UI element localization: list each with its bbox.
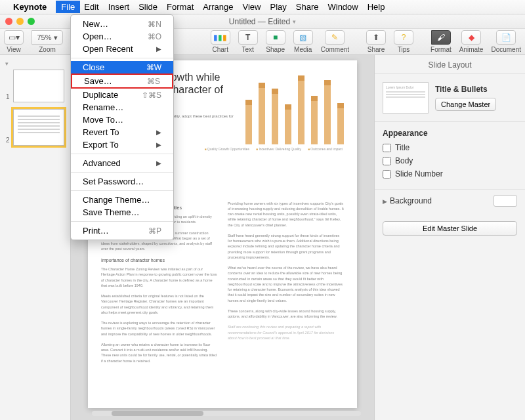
master-section: Lorem Ipsum Dolor Title & Bullets Change…	[375, 74, 525, 122]
chart-icon[interactable]: ▮▮▮	[211, 30, 230, 45]
animate-icon[interactable]: ◆	[461, 30, 481, 45]
scrollbar-thumb[interactable]	[112, 411, 203, 416]
inspector-title: Slide Layout	[375, 55, 525, 74]
window-zoom-button[interactable]	[28, 18, 35, 25]
slide-column-right[interactable]: Providing home owners with six types of …	[228, 201, 344, 369]
toolbar-chart[interactable]: ▮▮▮ Chart	[211, 30, 230, 53]
menu-item-save[interactable]: Save…⌘S	[71, 74, 173, 89]
menu-item-move-to[interactable]: Move To…	[71, 114, 173, 126]
disclosure-triangle-icon[interactable]: ▶	[383, 198, 387, 205]
chart-legend: Quality Growth OpportunitiesIncentives: …	[204, 147, 343, 151]
menu-item-save-theme[interactable]: Save Theme…	[71, 206, 173, 219]
submenu-arrow-icon: ▶	[156, 141, 161, 148]
toolbar-document[interactable]: 📄 Document	[491, 30, 521, 53]
menu-item-duplicate[interactable]: Duplicate⇧⌘S	[71, 89, 173, 101]
menu-item-export-to[interactable]: Export To▶	[71, 138, 173, 151]
file-menu-dropdown: New…⌘N Open…⌘O Open Recent▶ Close⌘W Save…	[70, 14, 174, 240]
menu-arrange[interactable]: Arrange	[203, 2, 233, 12]
menu-item-revert-to[interactable]: Revert To▶	[71, 126, 173, 138]
format-icon[interactable]: 🖌	[431, 30, 451, 45]
submenu-arrow-icon: ▶	[156, 129, 161, 136]
menu-item-new[interactable]: New…⌘N	[71, 18, 173, 30]
edit-master-slide-button[interactable]: Edit Master Slide	[383, 221, 517, 236]
title-checkbox[interactable]: Title	[383, 143, 517, 152]
menu-format[interactable]: Format	[167, 2, 194, 12]
submenu-arrow-icon: ▶	[156, 45, 161, 52]
slide-thumbnail-2[interactable]: 2	[13, 109, 64, 146]
menu-item-print[interactable]: Print…⌘P	[71, 224, 173, 237]
menu-help[interactable]: Help	[368, 2, 385, 12]
toolbar-format[interactable]: 🖌 Format	[430, 30, 452, 53]
menu-slide[interactable]: Slide	[138, 2, 158, 12]
toolbar-tips[interactable]: ? Tips	[394, 30, 413, 53]
title-dropdown-icon[interactable]: ▾	[293, 18, 296, 25]
slide-chart[interactable]	[245, 72, 344, 144]
menu-item-open-recent[interactable]: Open Recent▶	[71, 43, 173, 55]
toolbar-zoom[interactable]: 75% ▾ Zoom	[32, 30, 63, 53]
menu-item-advanced[interactable]: Advanced▶	[71, 157, 173, 169]
toolbar-share[interactable]: ⬆︎ Share	[366, 30, 386, 53]
toolbar-media[interactable]: ▧ Media	[293, 30, 313, 53]
menu-window[interactable]: Window	[327, 2, 358, 12]
menu-item-rename[interactable]: Rename…	[71, 101, 173, 114]
master-name: Title & Bullets	[435, 85, 517, 94]
toolbar-shape[interactable]: ■ Shape	[266, 30, 285, 53]
menu-play[interactable]: Play	[270, 2, 286, 12]
background-swatch[interactable]	[494, 195, 517, 207]
slide-thumbnail-1[interactable]: 1	[13, 70, 64, 102]
menu-share[interactable]: Share	[296, 2, 319, 12]
comment-icon[interactable]: ✎	[325, 30, 345, 45]
system-menubar: Keynote File Edit Insert Slide Format Ar…	[0, 0, 525, 14]
master-preview: Lorem Ipsum Dolor	[383, 82, 429, 114]
submenu-arrow-icon: ▶	[156, 159, 161, 167]
menu-edit[interactable]: Edit	[84, 2, 98, 12]
menu-item-close[interactable]: Close⌘W	[71, 61, 173, 74]
menu-insert[interactable]: Insert	[108, 2, 130, 12]
tips-icon[interactable]: ?	[394, 30, 413, 45]
zoom-value[interactable]: 75% ▾	[32, 30, 63, 45]
share-icon[interactable]: ⬆︎	[366, 30, 386, 45]
window-title: Untitled — Edited	[229, 17, 290, 26]
view-icon[interactable]: ▭▾	[4, 30, 24, 45]
menu-item-set-password[interactable]: Set Password…	[71, 175, 173, 188]
appearance-heading: Appearance	[383, 129, 517, 138]
toolbar-text[interactable]: T Text	[238, 30, 258, 53]
body-checkbox[interactable]: Body	[383, 156, 517, 165]
window-minimize-button[interactable]	[16, 18, 24, 25]
menu-file[interactable]: File	[56, 1, 80, 13]
app-name[interactable]: Keynote	[13, 2, 47, 12]
background-row[interactable]: ▶Background	[375, 189, 525, 212]
navigator-disclosure-icon[interactable]: ▾	[5, 60, 66, 67]
toolbar-view[interactable]: ▭▾ View	[4, 30, 24, 53]
slide-navigator: ▾ 1 2	[0, 55, 71, 420]
media-icon[interactable]: ▧	[293, 30, 313, 45]
shape-icon[interactable]: ■	[266, 30, 285, 45]
toolbar-animate[interactable]: ◆ Animate	[459, 30, 484, 53]
menu-view[interactable]: View	[243, 2, 261, 12]
menu-item-change-theme[interactable]: Change Theme…	[71, 194, 173, 206]
slide-number-checkbox[interactable]: Slide Number	[383, 169, 517, 178]
document-icon[interactable]: 📄	[496, 30, 516, 45]
change-master-button[interactable]: Change Master	[435, 98, 496, 111]
text-icon[interactable]: T	[238, 30, 258, 45]
menu-item-open[interactable]: Open…⌘O	[71, 30, 173, 43]
toolbar-comment[interactable]: ✎ Comment	[321, 30, 349, 53]
inspector-panel: Slide Layout Lorem Ipsum Dolor Title & B…	[374, 55, 525, 420]
window-close-button[interactable]	[5, 18, 12, 25]
horizontal-scrollbar[interactable]	[92, 411, 361, 417]
